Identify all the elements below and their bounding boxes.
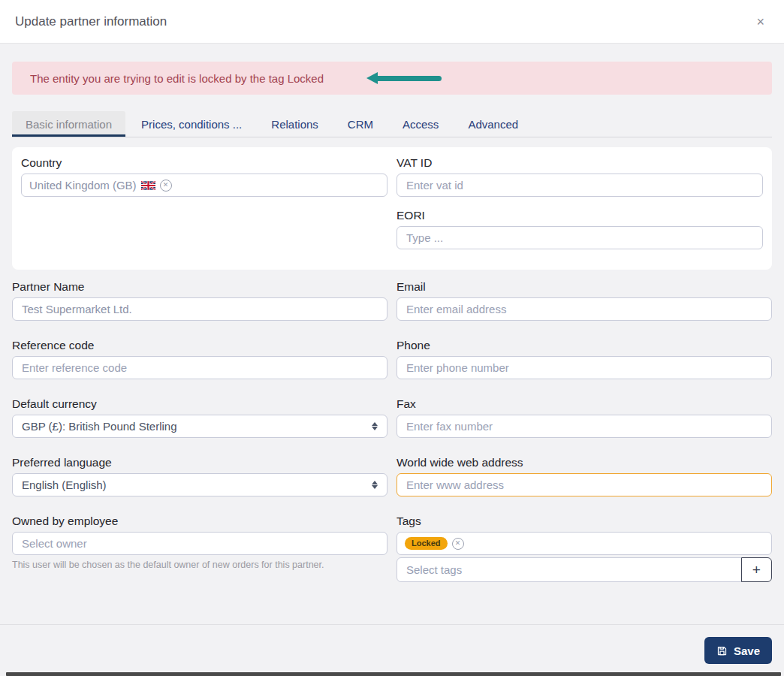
- select-arrows-icon: [372, 422, 378, 430]
- tab-relations[interactable]: Relations: [258, 111, 332, 137]
- country-remove-icon[interactable]: ✕: [160, 180, 172, 192]
- tab-crm[interactable]: CRM: [334, 111, 387, 137]
- country-field[interactable]: United Kingdom (GB) ✕: [21, 174, 387, 197]
- partner-name-label: Partner Name: [12, 280, 387, 294]
- reference-code-input[interactable]: [12, 356, 387, 379]
- country-label: Country: [21, 156, 387, 170]
- owner-label: Owned by employee: [12, 515, 387, 528]
- default-currency-label: Default currency: [12, 397, 387, 411]
- save-button-label: Save: [734, 644, 760, 657]
- save-icon: [716, 645, 728, 656]
- phone-input[interactable]: [397, 356, 772, 379]
- tag-remove-icon[interactable]: ✕: [452, 538, 464, 550]
- fax-input[interactable]: [397, 415, 772, 438]
- partner-name-input[interactable]: [12, 297, 387, 321]
- locked-alert-text: The entity you are trying to edit is loc…: [30, 72, 324, 85]
- eori-label: EORI: [397, 209, 763, 222]
- update-partner-modal: Update partner information × The entity …: [0, 0, 784, 676]
- vat-input[interactable]: [397, 174, 763, 197]
- tags-label: Tags: [397, 515, 772, 528]
- tag-locked: Locked: [405, 537, 448, 550]
- modal-footer: Save: [0, 624, 784, 676]
- fax-label: Fax: [397, 397, 772, 411]
- preferred-language-label: Preferred language: [12, 456, 387, 469]
- preferred-language-value: English (English): [22, 478, 107, 491]
- phone-label: Phone: [397, 339, 772, 352]
- add-tag-button[interactable]: +: [741, 557, 772, 582]
- preferred-language-select[interactable]: English (English): [12, 473, 387, 496]
- tab-prices-conditions[interactable]: Prices, conditions ...: [128, 111, 255, 137]
- tab-basic-information[interactable]: Basic information: [12, 111, 125, 137]
- uk-flag-icon: [141, 181, 155, 190]
- email-input[interactable]: [397, 297, 772, 321]
- default-currency-select[interactable]: GBP (£): British Pound Sterling: [12, 415, 387, 438]
- window-bottom-edge: [6, 672, 781, 676]
- tags-select-row: +: [397, 557, 772, 582]
- locked-alert-banner: The entity you are trying to edit is loc…: [12, 62, 772, 95]
- annotation-arrow-icon: [366, 72, 442, 84]
- select-arrows-icon: [372, 481, 378, 489]
- email-label: Email: [397, 280, 772, 294]
- partner-form: Partner Name Email Reference code Phone …: [12, 280, 772, 582]
- default-currency-value: GBP (£): British Pound Sterling: [22, 420, 176, 433]
- modal-body: The entity you are trying to edit is loc…: [0, 44, 784, 624]
- tags-input[interactable]: [397, 557, 742, 582]
- close-icon[interactable]: ×: [752, 14, 769, 30]
- www-input[interactable]: [397, 473, 772, 496]
- modal-title: Update partner information: [15, 14, 167, 29]
- owner-input[interactable]: [12, 532, 387, 555]
- www-label: World wide web address: [397, 456, 772, 469]
- tab-bar: Basic information Prices, conditions ...…: [12, 111, 772, 137]
- modal-header: Update partner information ×: [0, 0, 784, 44]
- eori-input[interactable]: [397, 226, 763, 249]
- applied-tags-box: Locked ✕: [397, 532, 772, 555]
- owner-help-text: This user will be chosen as the default …: [12, 560, 387, 570]
- country-value: United Kingdom (GB): [29, 179, 137, 192]
- reference-code-label: Reference code: [12, 339, 387, 352]
- tab-advanced[interactable]: Advanced: [454, 111, 532, 137]
- vat-label: VAT ID: [397, 156, 763, 170]
- save-button[interactable]: Save: [704, 637, 772, 664]
- tab-access[interactable]: Access: [389, 111, 452, 137]
- country-vat-card: Country United Kingdom (GB): [12, 147, 772, 270]
